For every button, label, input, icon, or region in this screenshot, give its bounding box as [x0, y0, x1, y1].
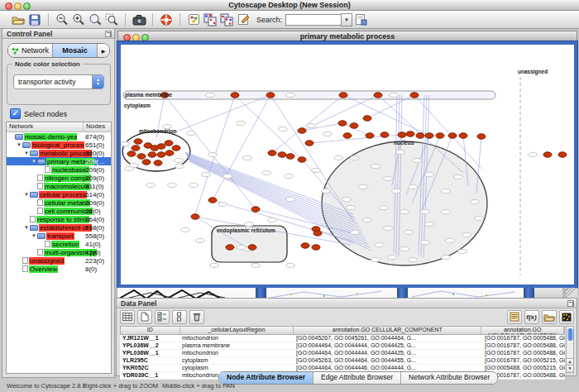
- network-overlap-alt-icon[interactable]: [219, 12, 234, 26]
- float-panel-icon[interactable]: [105, 31, 112, 37]
- tree-row[interactable]: nucleobase-209(0): [7, 165, 111, 174]
- table-column-header[interactable]: ID: [121, 327, 180, 334]
- graph-node[interactable]: [165, 151, 174, 155]
- edit-annotations-icon[interactable]: [236, 12, 251, 26]
- tree-row[interactable]: ▼transport558(0): [7, 232, 111, 240]
- graph-node[interactable]: [436, 133, 444, 138]
- tree-row[interactable]: macromolecule311(0): [7, 182, 111, 190]
- table-row[interactable]: YJR121W__1mitochondrion[GO:0045267, GO:0…: [120, 335, 565, 342]
- graph-node[interactable]: [148, 152, 156, 157]
- graph-node[interactable]: [165, 141, 173, 146]
- snapshot-icon[interactable]: [132, 12, 146, 26]
- window-resize-grip[interactable]: [566, 288, 577, 298]
- tree-row[interactable]: ▼primary metabo209(...: [7, 157, 111, 165]
- graph-node[interactable]: [459, 133, 467, 138]
- tab-overflow-arrow-icon[interactable]: ▶: [98, 44, 109, 57]
- tree-row[interactable]: response to stimulu264(0): [7, 215, 111, 223]
- table-row[interactable]: YPL036W__2plasma membrane[GO:0044464, GO…: [120, 342, 565, 350]
- graph-node[interactable]: [406, 131, 414, 136]
- tree-expand-icon[interactable]: ▼: [23, 225, 30, 230]
- graph-node[interactable]: [251, 207, 260, 212]
- search-input[interactable]: [285, 14, 341, 26]
- tab-mosaic[interactable]: Mosaic: [53, 44, 98, 57]
- tree-row[interactable]: mosaic-demo-yeast874(0): [7, 132, 111, 141]
- graph-node[interactable]: [477, 134, 486, 139]
- graph-node[interactable]: [157, 152, 165, 157]
- graph-node[interactable]: [416, 133, 424, 138]
- help-ring-icon[interactable]: [159, 12, 174, 26]
- node-color-dropdown[interactable]: transporter activity ▲▼: [13, 74, 104, 89]
- function-builder-icon[interactable]: f(x): [524, 310, 539, 324]
- graph-node[interactable]: [248, 245, 256, 250]
- graph-node[interactable]: [448, 133, 457, 138]
- tree-column-nodes[interactable]: Nodes: [84, 122, 108, 131]
- graph-node[interactable]: [363, 116, 371, 121]
- search-dropdown-icon[interactable]: ▼: [341, 13, 352, 26]
- attribute-table-icon[interactable]: [120, 310, 135, 324]
- graph-node[interactable]: [380, 132, 389, 137]
- graph-node[interactable]: [339, 93, 347, 98]
- graph-node[interactable]: [410, 93, 419, 98]
- graph-node[interactable]: [374, 93, 382, 98]
- graph-node[interactable]: [157, 144, 165, 149]
- graph-node[interactable]: [313, 231, 322, 236]
- tree-row[interactable]: cell communicat22(0): [7, 207, 111, 215]
- tree-row[interactable]: Overview8(0): [7, 265, 111, 273]
- network-graph[interactable]: plasma membranecytoplasmmitochondrionnuc…: [121, 45, 574, 284]
- graph-node[interactable]: [134, 139, 142, 144]
- table-column-header[interactable]: annotation.GO MOLECULAR_FUNCTION: [481, 327, 564, 334]
- new-attribute-icon[interactable]: [137, 310, 152, 324]
- unselect-attributes-icon[interactable]: [172, 310, 187, 324]
- open-icon[interactable]: [11, 12, 26, 26]
- node-linkout-icon[interactable]: [186, 12, 201, 26]
- advanced-search-icon[interactable]: [353, 12, 368, 26]
- tab-network[interactable]: Network: [8, 44, 53, 57]
- scrollbar-thumb[interactable]: [567, 328, 573, 341]
- graph-node[interactable]: [558, 152, 567, 157]
- graph-node[interactable]: [343, 133, 352, 138]
- graph-node[interactable]: [142, 160, 151, 165]
- graph-node[interactable]: [350, 123, 358, 128]
- tree-row[interactable]: ▼biological_process651(0): [7, 141, 111, 149]
- table-scrollbar[interactable]: ▲ ▼: [566, 326, 574, 373]
- network-overlap-icon[interactable]: [203, 12, 218, 26]
- tree-row[interactable]: cellular metabo209(0): [7, 198, 111, 207]
- tree-row[interactable]: multi-organism pro42(0): [7, 248, 111, 256]
- table-row[interactable]: YPL036W__1mitochondrion[GO:0044464, GO:0…: [120, 350, 565, 357]
- graph-node[interactable]: [312, 245, 320, 250]
- graph-node[interactable]: [172, 146, 180, 151]
- graph-node[interactable]: [208, 198, 217, 203]
- graph-node[interactable]: [298, 128, 306, 133]
- attribute-editor-icon[interactable]: [507, 310, 522, 324]
- graph-node[interactable]: [398, 132, 406, 137]
- table-column-header[interactable]: _cellularLayoutRegion: [180, 327, 294, 334]
- table-row[interactable]: YLR295Ccytoplasm[GO:0045263, GO:0044464,…: [120, 357, 565, 365]
- select-attributes-icon[interactable]: [155, 310, 170, 324]
- zoom-fit-icon[interactable]: [88, 12, 103, 26]
- tree-row[interactable]: ▼cellular process614(0): [7, 190, 111, 198]
- scroll-down-icon[interactable]: ▼: [567, 365, 573, 372]
- graph-node[interactable]: [298, 157, 306, 162]
- graph-node[interactable]: [191, 214, 199, 219]
- background-window-border[interactable]: [524, 288, 534, 298]
- background-window-border[interactable]: [397, 288, 408, 298]
- tree-expand-icon[interactable]: ▼: [16, 142, 22, 147]
- float-data-panel-icon[interactable]: [567, 300, 574, 307]
- tree-expand-icon[interactable]: ▼: [31, 159, 37, 164]
- attribute-matrix-icon[interactable]: [559, 310, 574, 324]
- graph-node[interactable]: [278, 152, 286, 157]
- graph-node[interactable]: [425, 133, 433, 138]
- network-canvas[interactable]: plasma membranecytoplasmmitochondrionnuc…: [117, 41, 577, 288]
- tree-expand-icon[interactable]: ▼: [31, 233, 37, 238]
- graph-node[interactable]: [268, 151, 276, 155]
- graph-node[interactable]: [301, 243, 309, 248]
- graph-node[interactable]: [154, 160, 162, 165]
- tree-column-network[interactable]: Network: [7, 122, 84, 131]
- graph-node[interactable]: [286, 154, 294, 159]
- graph-node[interactable]: [266, 93, 275, 98]
- save-icon[interactable]: [27, 12, 42, 26]
- delete-attribute-icon[interactable]: [189, 310, 204, 324]
- graph-node[interactable]: [127, 151, 136, 156]
- graph-node[interactable]: [137, 154, 146, 159]
- table-column-header[interactable]: annotation.GO CELLULAR_COMPONENT: [294, 327, 481, 334]
